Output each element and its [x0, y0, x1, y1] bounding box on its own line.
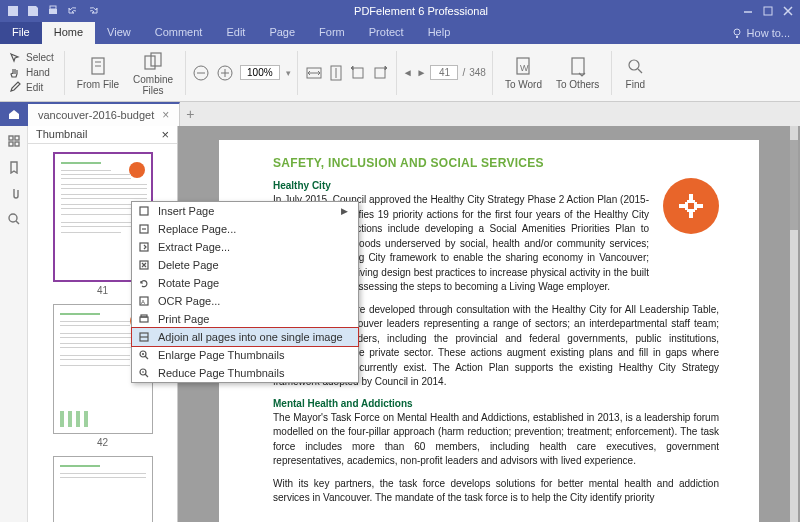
ctx-adjoin-pages[interactable]: Adjoin all pages into one single image	[132, 328, 358, 346]
svg-rect-3	[764, 7, 772, 15]
redo-icon[interactable]	[86, 4, 100, 18]
ctx-rotate-page[interactable]: Rotate Page	[132, 274, 358, 292]
thumbnail-43[interactable]	[53, 456, 153, 522]
svg-rect-29	[140, 317, 148, 322]
zoom-in-icon[interactable]	[216, 64, 234, 82]
next-page-icon[interactable]: ►	[417, 67, 427, 78]
context-menu: Insert Page▶ Replace Page... Extract Pag…	[131, 201, 359, 383]
svg-point-22	[9, 214, 17, 222]
ctx-reduce-thumbs[interactable]: Reduce Page Thumbnails	[132, 364, 358, 382]
hand-tool[interactable]: Hand	[8, 66, 50, 80]
search-pane-icon[interactable]	[7, 212, 21, 226]
svg-text:A: A	[141, 299, 145, 305]
doc-heading-1: Healthy City	[273, 180, 719, 191]
ctx-ocr-page[interactable]: AOCR Page...	[132, 292, 358, 310]
maximize-icon[interactable]	[762, 5, 774, 17]
menu-howto[interactable]: How to...	[721, 22, 800, 44]
app-icon	[6, 4, 20, 18]
add-tab-button[interactable]: +	[180, 102, 200, 126]
menu-edit[interactable]: Edit	[214, 22, 257, 44]
page-total: 348	[469, 67, 486, 78]
fit-page-icon[interactable]	[326, 63, 346, 83]
undo-icon[interactable]	[66, 4, 80, 18]
app-title: PDFelement 6 Professional	[106, 5, 736, 17]
home-tab-button[interactable]	[0, 102, 28, 126]
print-icon[interactable]	[46, 4, 60, 18]
menu-view[interactable]: View	[95, 22, 143, 44]
svg-rect-12	[353, 68, 363, 78]
svg-rect-21	[15, 142, 19, 146]
fit-width-icon[interactable]	[304, 63, 324, 83]
lightbulb-icon	[731, 27, 743, 39]
svg-rect-2	[50, 6, 56, 9]
from-file-button[interactable]: From File	[71, 53, 125, 92]
ribbon: Select Hand Edit From File Combine Files…	[0, 44, 800, 102]
edit-tool[interactable]: Edit	[8, 81, 43, 95]
svg-rect-18	[9, 136, 13, 140]
scrollbar-thumb[interactable]	[790, 140, 798, 230]
rotate-right-icon[interactable]	[370, 63, 390, 83]
combine-button[interactable]: Combine Files	[127, 48, 179, 98]
to-others-button[interactable]: To Others	[550, 53, 605, 92]
doc-paragraph: With its key partners, the task force de…	[273, 477, 719, 506]
doc-heading-main: SAFETY, INCLUSION AND SOCIAL SERVICES	[273, 156, 719, 170]
title-bar: PDFelement 6 Professional	[0, 0, 800, 22]
svg-rect-30	[141, 315, 147, 317]
tab-strip: vancouver-2016-budget× +	[0, 102, 800, 126]
ctx-enlarge-thumbs[interactable]: Enlarge Page Thumbnails	[132, 346, 358, 364]
thumb-num: 42	[53, 434, 153, 448]
select-tool[interactable]: Select	[8, 51, 54, 65]
ctx-print-page[interactable]: Print Page	[132, 310, 358, 328]
doc-heading-2: Mental Health and Addictions	[273, 398, 719, 409]
svg-rect-1	[49, 9, 57, 14]
menu-form[interactable]: Form	[307, 22, 357, 44]
menu-home[interactable]: Home	[42, 22, 95, 44]
thumbnails-icon[interactable]	[7, 134, 21, 148]
menu-bar: File Home View Comment Edit Page Form Pr…	[0, 22, 800, 44]
ctx-extract-page[interactable]: Extract Page...	[132, 238, 358, 256]
window-controls	[736, 5, 800, 17]
ctx-delete-page[interactable]: Delete Page	[132, 256, 358, 274]
menu-page[interactable]: Page	[257, 22, 307, 44]
close-tab-icon[interactable]: ×	[162, 108, 169, 122]
menu-help[interactable]: Help	[416, 22, 463, 44]
svg-point-17	[629, 60, 639, 70]
quick-access	[0, 4, 106, 18]
save-icon[interactable]	[26, 4, 40, 18]
svg-text:W: W	[520, 63, 529, 73]
svg-rect-7	[151, 53, 161, 66]
bookmarks-icon[interactable]	[7, 160, 21, 174]
minimize-icon[interactable]	[742, 5, 754, 17]
svg-rect-19	[15, 136, 19, 140]
close-panel-icon[interactable]: ×	[161, 127, 169, 142]
hands-icon	[663, 178, 719, 234]
zoom-level[interactable]: 100%	[240, 65, 280, 80]
page-current[interactable]: 41	[430, 65, 458, 80]
document-tab[interactable]: vancouver-2016-budget×	[28, 102, 180, 126]
doc-paragraph: The Mayor's Task Force on Mental Health …	[273, 411, 719, 469]
svg-rect-20	[9, 142, 13, 146]
find-button[interactable]: Find	[618, 53, 652, 92]
ctx-replace-page[interactable]: Replace Page...	[132, 220, 358, 238]
zoom-out-icon[interactable]	[192, 64, 210, 82]
rotate-left-icon[interactable]	[348, 63, 368, 83]
svg-rect-0	[8, 6, 18, 16]
svg-point-4	[734, 29, 740, 35]
prev-page-icon[interactable]: ◄	[403, 67, 413, 78]
side-strip	[0, 126, 28, 522]
attachments-icon[interactable]	[7, 186, 21, 200]
svg-rect-23	[140, 207, 148, 215]
menu-comment[interactable]: Comment	[143, 22, 215, 44]
ctx-insert-page[interactable]: Insert Page▶	[132, 202, 358, 220]
svg-rect-16	[572, 58, 584, 74]
thumbnail-title: Thumbnail	[36, 128, 87, 140]
svg-rect-6	[145, 56, 155, 69]
menu-file[interactable]: File	[0, 22, 42, 44]
close-icon[interactable]	[782, 5, 794, 17]
menu-protect[interactable]: Protect	[357, 22, 416, 44]
svg-rect-13	[375, 68, 385, 78]
to-word-button[interactable]: WTo Word	[499, 53, 548, 92]
